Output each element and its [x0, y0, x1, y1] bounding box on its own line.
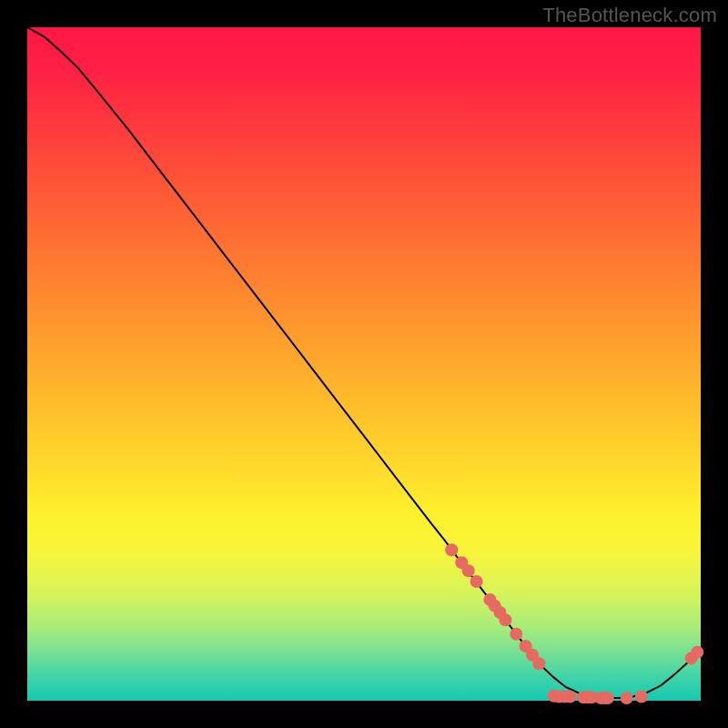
curve-marker	[563, 691, 576, 703]
curve-marker	[621, 692, 633, 704]
curve-marker	[691, 646, 703, 659]
watermark-label: TheBottleneck.com	[542, 4, 717, 27]
curve-marker	[532, 657, 545, 670]
bottleneck-chart	[0, 0, 728, 728]
chart-stage: TheBottleneck.com	[0, 0, 728, 728]
curve-marker	[462, 564, 475, 577]
curve-marker	[445, 543, 458, 556]
curve-marker	[510, 628, 522, 641]
curve-marker	[499, 613, 511, 626]
curve-marker	[470, 575, 483, 588]
curve-marker	[602, 692, 614, 704]
curve-marker	[635, 691, 648, 703]
